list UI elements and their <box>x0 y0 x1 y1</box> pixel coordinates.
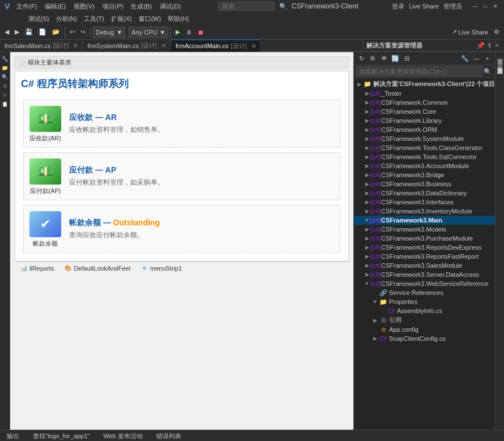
back-button[interactable]: ◀ <box>2 26 11 38</box>
tab-sales-main[interactable]: frmSalesMain.cs [设计] ✕ <box>0 40 83 52</box>
tab-system-close[interactable]: ✕ <box>161 42 166 49</box>
module-card-ar[interactable]: 💵 ↑ 应收款(AR) 应收款 — AR 应收帐款资料管理，如销售单。 <box>23 100 340 148</box>
se-sync-btn[interactable]: ↻ <box>356 53 366 63</box>
platform-dropdown[interactable]: Any CPU ▼ <box>129 27 168 38</box>
ct-item-ilreports[interactable]: 📊 ilReports <box>17 263 57 273</box>
bottom-tab-webpublish[interactable]: Web 发布活动 <box>99 431 147 441</box>
se-pin-btn[interactable]: 📌 <box>477 42 485 49</box>
module-card-bal[interactable]: ✔ 帐款余额 帐款余额 — Outstanding 查询应收应付帐款余额。 <box>23 205 340 253</box>
left-sidebar-icon-3[interactable]: 🔍 <box>1 73 9 81</box>
right-sidebar: 服务器资源管理器 工具箱 解决方案资源管理器 <box>495 52 504 430</box>
module-card-ap[interactable]: 💵 ↓ 应付款(AP) 应付款 — AP 应付帐款资料管理，如采购单。 <box>23 152 340 200</box>
tree-root[interactable]: ▶ 📁 解决方案'CSFramework3-Client'(22 个项目) <box>354 79 495 89</box>
bottom-tab-output[interactable]: 输出 <box>2 431 24 441</box>
tree-item-properties[interactable]: ▼ 📁 Properties <box>354 297 495 306</box>
se-search-input[interactable] <box>356 66 482 76</box>
se-tools-btn[interactable]: 🔧 <box>460 53 470 63</box>
tree-item-soapconfig[interactable]: ▶ C# SoapClientConfig.cs <box>354 334 495 343</box>
se-refresh-btn[interactable]: 🔄 <box>390 53 400 63</box>
menu-file[interactable]: 文件(F) <box>13 1 40 12</box>
settings-toolbar-button[interactable]: ⚙ <box>492 26 502 38</box>
menu-test[interactable]: 测试(S) <box>25 14 53 24</box>
left-sidebar-icon-1[interactable]: 🔧 <box>1 55 9 63</box>
redo-button[interactable]: ↪ <box>78 26 88 38</box>
tree-item-3[interactable]: ▶ [c#] CSFramework.Library <box>354 116 495 125</box>
menu-view[interactable]: 视图(V) <box>70 1 98 12</box>
save-button[interactable]: 💾 <box>23 26 35 38</box>
new-file-button[interactable]: 📄 <box>36 26 49 38</box>
tree-item-9[interactable]: ▶ [c#] CSFramework3.Bridge <box>354 170 495 179</box>
live-share-toolbar-button[interactable]: ↗ Live Share <box>450 26 490 38</box>
tree-item-ref[interactable]: ▶ ⊞ 引用 <box>354 315 495 325</box>
tree-item-19[interactable]: ▶ [c#] CSFramework3.SalesModule <box>354 261 495 270</box>
se-close-btn[interactable]: ✕ <box>494 42 499 49</box>
tree-item-12[interactable]: ▶ [c#] CSFramework3.Interfaces <box>354 198 495 207</box>
rs-solution-explorer[interactable]: 解决方案资源管理器 <box>496 61 504 66</box>
tree-item-6[interactable]: ▶ [c#] CSFramework.Tools.ClassGenerator <box>354 143 495 152</box>
tree-item-15[interactable]: ▶ [c#] CSFramework3.Models <box>354 225 495 234</box>
tree-item-10[interactable]: ▶ [c#] CSFramework3.Business <box>354 179 495 189</box>
left-sidebar-icon-6[interactable]: 📋 <box>1 100 9 108</box>
tree-item-5[interactable]: ▶ [c#] CSFramework.SystemModule <box>354 134 495 143</box>
ct-item-lookandfeel[interactable]: 🎨 DefaultLookAndFeel <box>61 263 133 273</box>
menu-build[interactable]: 生成(B) <box>127 1 155 12</box>
tree-item-1[interactable]: ▶ [c#] CSFramework.Common <box>354 98 495 107</box>
forward-button[interactable]: ▶ <box>12 26 22 38</box>
menu-debug[interactable]: 调试(D) <box>156 1 184 12</box>
pause-button[interactable]: ⏸ <box>183 26 194 38</box>
tree-item-service-references[interactable]: 🔗 Service References <box>354 288 495 297</box>
tree-item-0[interactable]: ▶ [c#] _Tester <box>354 89 495 98</box>
tab-account-close[interactable]: ✕ <box>251 43 256 49</box>
open-button[interactable]: 📂 <box>50 26 62 38</box>
tab-account-main[interactable]: frmAccountMain.cs [设计] ✕ <box>171 40 261 52</box>
tree-item-appconfig[interactable]: ⚙ App.config <box>354 325 495 334</box>
rs-toolbox[interactable]: 工具箱 <box>496 57 504 61</box>
tree-item-21[interactable]: ▼ [c#] CSFramework3.WebServiceReference <box>354 279 495 288</box>
tree-item-20[interactable]: ▶ [c#] CSFramework3.Server.DataAccess <box>354 270 495 279</box>
stop-button[interactable]: ⏹ <box>195 26 206 38</box>
se-search-button[interactable]: 🔍 <box>482 66 493 76</box>
close-button[interactable]: ✕ <box>492 2 499 10</box>
se-show-all-btn[interactable]: 👁 <box>379 53 389 63</box>
tree-item-14[interactable]: ▼ [c#] CSFramework3.Main <box>354 216 495 225</box>
tree-item-18[interactable]: ▶ [c#] CSFramework3.ReportsFastReport <box>354 252 495 261</box>
menu-help[interactable]: 帮助(H) <box>164 14 192 24</box>
tree-item-8[interactable]: ▶ [c#] CSFramework3.AccountModule <box>354 161 495 170</box>
login-button[interactable]: 登录 <box>392 2 404 11</box>
config-dropdown[interactable]: Debug ▼ <box>93 27 125 38</box>
left-sidebar-icon-4[interactable]: ⚙ <box>1 82 9 90</box>
undo-button[interactable]: ↩ <box>67 26 77 38</box>
menu-edit[interactable]: 编辑(E) <box>41 1 69 12</box>
run-button[interactable]: ▶ <box>173 26 182 38</box>
maximize-button[interactable]: □ <box>481 2 489 10</box>
menu-tools[interactable]: 工具(T) <box>80 14 108 24</box>
ct-item-menustrip[interactable]: ≡ menuStrip1 <box>138 263 185 273</box>
left-sidebar-icon-2[interactable]: 📁 <box>1 64 9 72</box>
se-properties-btn[interactable]: ⚙ <box>368 53 378 63</box>
se-plus-btn[interactable]: + <box>482 53 493 63</box>
se-collapse-btn[interactable]: ⊟ <box>402 53 412 63</box>
tree-item-2[interactable]: ▶ [c#] CSFramework.Core <box>354 107 495 116</box>
tab-sales-close[interactable]: ✕ <box>73 42 78 49</box>
rs-server-explorer[interactable]: 服务器资源管理器 <box>496 52 504 57</box>
live-share-button[interactable]: Live Share <box>409 3 439 10</box>
tree-item-11[interactable]: ▶ [c#] CSFramework3.DataDictionary <box>354 189 495 198</box>
menu-window[interactable]: 窗口(W) <box>135 14 165 24</box>
tree-item-assemblyinfo[interactable]: C# AssemblyInfo.cs <box>354 306 495 315</box>
tree-item-4[interactable]: ▶ [c#] CSFramework.ORM <box>354 125 495 134</box>
menu-analyze[interactable]: 分析(N) <box>53 14 80 24</box>
se-float-btn[interactable]: ⬆ <box>487 42 492 49</box>
bottom-tab-errors[interactable]: 错误列表 <box>152 431 186 441</box>
tree-item-7[interactable]: ▶ [c#] CSFramework.Tools.SqlConnector <box>354 152 495 161</box>
tree-item-16[interactable]: ▶ [c#] CSFramework3.PurchaseModule <box>354 234 495 243</box>
se-minus-btn[interactable]: — <box>471 53 481 63</box>
left-sidebar-icon-5[interactable]: H <box>1 91 9 99</box>
minimize-button[interactable]: — <box>471 2 479 10</box>
tab-system-main[interactable]: frmSystemMain.cs [设计] ✕ <box>83 40 171 52</box>
menu-project[interactable]: 项目(P) <box>99 1 127 12</box>
title-search-input[interactable] <box>218 2 275 11</box>
tree-item-13[interactable]: ▶ [c#] CSFramework3.InventoryModule <box>354 207 495 216</box>
bottom-tab-find[interactable]: 查找"logo_for_app1" <box>28 431 94 441</box>
tree-item-17[interactable]: ▶ [c#] CSFramework3.ReportsDevExpress <box>354 243 495 252</box>
menu-extend[interactable]: 扩展(X) <box>108 14 135 24</box>
